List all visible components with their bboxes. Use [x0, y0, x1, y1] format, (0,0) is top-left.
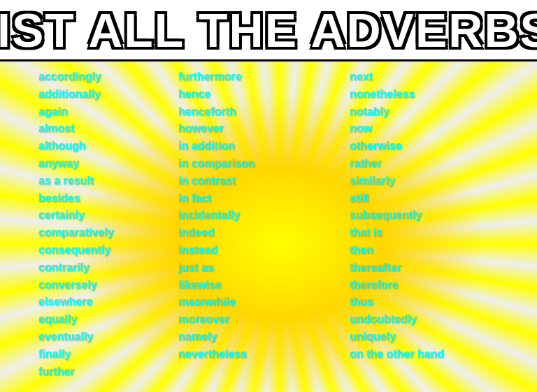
adverb-item: comparatively — [38, 224, 166, 242]
adverb-item: notably — [350, 103, 531, 121]
adverb-item: rather — [350, 155, 531, 173]
adverb-item: furthermore — [178, 68, 337, 86]
adverb-item: in fact — [178, 190, 337, 208]
adverb-item: namely — [178, 328, 337, 346]
adverb-item: equally — [38, 311, 166, 328]
adverb-item: almost — [38, 120, 166, 138]
adverb-item: conversely — [38, 277, 166, 294]
adverb-item: indeed — [178, 224, 337, 242]
adverb-item: eventually — [38, 328, 166, 346]
adverb-item: incidentally — [178, 207, 337, 224]
adverb-item: additionally — [38, 86, 166, 103]
adverb-item: meanwhile — [178, 293, 337, 311]
adverb-item: on the other hand — [350, 346, 531, 363]
adverb-item: therefore — [350, 277, 531, 294]
column-left: accordinglyadditionallyagainalmostalthou… — [0, 61, 171, 392]
adverb-item: anyway — [38, 155, 166, 173]
adverb-item: consequently — [38, 242, 166, 259]
adverb-item: although — [38, 138, 166, 155]
column-middle: furthermorehencehenceforthhoweverin addi… — [171, 61, 343, 392]
column-right: nextnonethelessnotablynowotherwiserather… — [343, 61, 537, 392]
adverb-item: still — [350, 190, 531, 208]
adverb-item: certainly — [38, 207, 166, 224]
adverb-item: next — [350, 68, 531, 86]
adverb-item: just as — [178, 259, 337, 277]
adverb-item: nevertheless — [178, 346, 337, 363]
adverb-item: further — [38, 363, 166, 381]
adverb-item: finally — [38, 346, 166, 363]
adverb-item: hence — [178, 86, 337, 103]
adverb-item: that is — [350, 224, 531, 242]
adverb-item: in comparison — [178, 155, 337, 173]
page-title: LIST ALL THE ADVERBS! — [0, 3, 537, 57]
adverb-item: instead — [178, 242, 337, 259]
adverb-item: in contrast — [178, 173, 337, 190]
adverb-item: likewise — [178, 277, 337, 294]
adverb-item: as a result — [38, 173, 166, 190]
adverb-item: moreover — [178, 311, 337, 328]
adverb-item: again — [38, 103, 166, 121]
adverb-item: nonetheless — [350, 86, 531, 103]
adverb-item: accordingly — [38, 68, 166, 86]
adverb-item: undoubtedly — [350, 311, 531, 328]
adverb-item: subsequently — [350, 207, 531, 224]
content-area: accordinglyadditionallyagainalmostalthou… — [0, 61, 537, 392]
page-container: LIST ALL THE ADVERBS! accordinglyadditio… — [0, 0, 537, 392]
adverb-item: henceforth — [178, 103, 337, 121]
adverb-item: contrarily — [38, 259, 166, 277]
adverb-item: however — [178, 120, 337, 138]
adverb-item: similarly — [350, 173, 531, 190]
adverb-item: besides — [38, 190, 166, 208]
adverb-item: thereafter — [350, 259, 531, 277]
title-banner: LIST ALL THE ADVERBS! — [0, 0, 537, 61]
adverb-item: now — [350, 120, 531, 138]
adverb-item: elsewhere — [38, 293, 166, 311]
adverb-item: uniquely — [350, 328, 531, 346]
adverb-item: thus — [350, 293, 531, 311]
adverb-item: then — [350, 242, 531, 259]
adverb-item: in addition — [178, 138, 337, 155]
adverb-item: otherwise — [350, 138, 531, 155]
